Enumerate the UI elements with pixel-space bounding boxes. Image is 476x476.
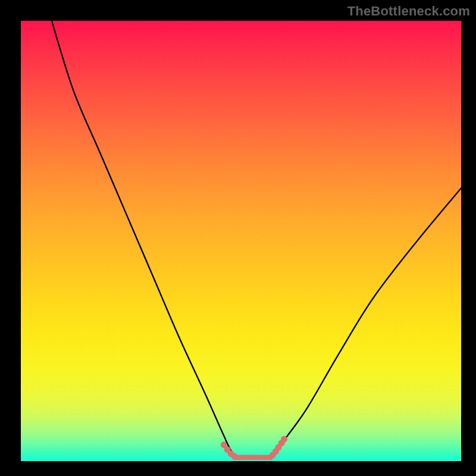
- background-gradient: [21, 21, 461, 461]
- chart-stage: TheBottleneck.com: [0, 0, 476, 476]
- baseline: [21, 460, 461, 461]
- attribution-label: TheBottleneck.com: [347, 4, 470, 19]
- plot-area: [21, 21, 461, 461]
